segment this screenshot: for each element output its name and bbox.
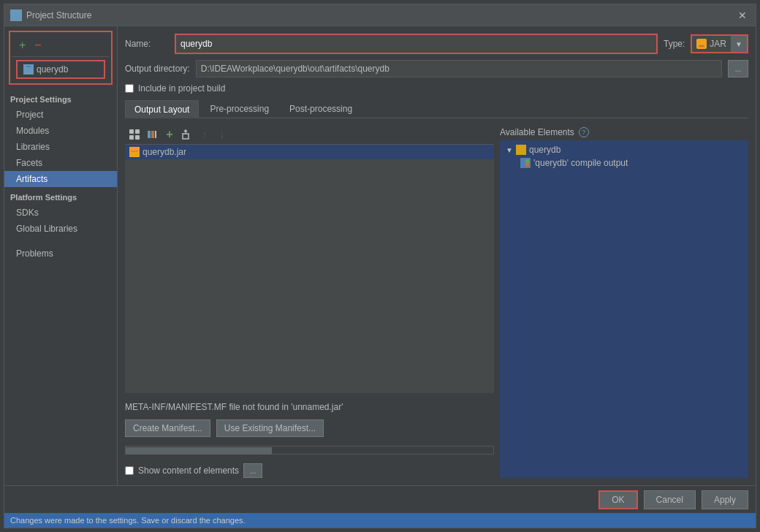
tabs-bar: Output Layout Pre-processing Post-proces…: [125, 99, 748, 118]
type-value: JAR: [710, 39, 726, 49]
sidebar-item-project[interactable]: Project: [4, 107, 117, 123]
module-folder-icon: [516, 145, 526, 155]
main-panel: Name: Type: JAR: [118, 26, 756, 485]
remove-artifact-button[interactable]: −: [31, 37, 44, 53]
dialog-title: Project Structure: [26, 10, 735, 20]
svg-rect-10: [135, 135, 140, 140]
svg-rect-14: [183, 134, 189, 139]
settings-icon-button[interactable]: [126, 126, 142, 142]
svg-rect-9: [129, 135, 134, 140]
svg-rect-11: [148, 131, 151, 138]
left-panel: + ↑ ↓: [125, 124, 494, 478]
svg-rect-8: [135, 129, 140, 134]
svg-rect-1: [14, 13, 18, 18]
file-item-querydb-jar[interactable]: querydb.jar: [125, 145, 494, 159]
show-content-row: Show content of elements ...: [125, 463, 494, 478]
include-build-label: Include in project build: [138, 83, 225, 94]
jar-icon: [696, 39, 707, 49]
browse-button[interactable]: ...: [728, 60, 748, 77]
sidebar-item-problems[interactable]: Problems: [4, 246, 117, 262]
name-label: Name:: [125, 39, 169, 49]
sidebar-item-artifacts[interactable]: Artifacts: [4, 171, 117, 187]
use-existing-manifest-button[interactable]: Use Existing Manifest...: [216, 419, 324, 437]
move-down-button[interactable]: ↓: [214, 126, 230, 142]
artifact-item-querydb[interactable]: querydb: [16, 60, 105, 79]
sidebar-artifacts-box: + − querydb: [9, 31, 113, 85]
svg-rect-7: [129, 129, 134, 134]
status-bar: Changes were made to the settings. Save …: [4, 513, 756, 528]
title-bar: Project Structure ✕: [4, 4, 756, 26]
include-build-checkbox[interactable]: [125, 84, 134, 93]
sidebar-toolbar: + −: [12, 34, 110, 57]
svg-point-6: [699, 45, 704, 48]
show-content-ellipsis-button[interactable]: ...: [243, 463, 262, 478]
output-dir-label: Output directory:: [125, 64, 190, 74]
svg-rect-12: [151, 131, 154, 138]
project-structure-dialog: Project Structure ✕ + − que: [4, 4, 756, 528]
jar-file-name: querydb.jar: [142, 147, 186, 157]
sidebar: + − querydb Project Settings Project: [4, 26, 118, 485]
tree-root-label: querydb: [529, 145, 560, 155]
panel-body: + ↑ ↓: [125, 124, 748, 478]
tree-toggle: ▼: [506, 146, 513, 154]
tree-item-querydb[interactable]: ▼ querydb: [503, 143, 745, 156]
tab-pre-processing[interactable]: Pre-processing: [200, 99, 278, 118]
available-elements-header: Available Elements ?: [500, 124, 748, 140]
output-dir-input[interactable]: [196, 60, 722, 77]
svg-rect-20: [525, 159, 529, 163]
svg-rect-13: [155, 131, 156, 138]
svg-rect-2: [25, 67, 32, 72]
available-elements-label: Available Elements: [500, 127, 574, 137]
right-panel: Available Elements ? ▼ queryd: [500, 124, 748, 478]
tree-item-compile-output[interactable]: 'querydb' compile output: [517, 156, 745, 170]
available-elements-tree: ▼ querydb: [500, 140, 748, 478]
show-content-label: Show content of elements: [138, 466, 239, 476]
name-input-wrapper: [175, 34, 658, 54]
sidebar-item-facets[interactable]: Facets: [4, 155, 117, 171]
file-list: querydb.jar: [125, 145, 494, 393]
modules-icon-button[interactable]: [144, 126, 160, 142]
extract-button[interactable]: [179, 126, 195, 142]
close-button[interactable]: ✕: [735, 8, 750, 23]
move-up-button[interactable]: ↑: [197, 126, 213, 142]
horizontal-scrollbar[interactable]: [125, 446, 494, 455]
type-dropdown-button[interactable]: ▼: [731, 36, 747, 52]
scrollbar-thumb: [126, 447, 272, 455]
name-row: Name: Type: JAR: [125, 34, 748, 54]
type-label: Type:: [664, 39, 685, 49]
sidebar-item-modules[interactable]: Modules: [4, 123, 117, 139]
create-manifest-button[interactable]: Create Manifest...: [125, 419, 210, 437]
dialog-content: + − querydb Project Settings Project: [4, 26, 756, 485]
manifest-buttons: Create Manifest... Use Existing Manifest…: [125, 419, 494, 437]
project-settings-label: Project Settings: [4, 89, 117, 107]
artifact-icon: [23, 64, 34, 75]
compile-output-label: 'querydb' compile output: [533, 158, 628, 168]
tab-output-layout[interactable]: Output Layout: [125, 100, 199, 118]
type-select-inner: JAR: [692, 36, 731, 52]
platform-settings-label: Platform Settings: [4, 187, 117, 205]
sidebar-item-global-libraries[interactable]: Global Libraries: [4, 221, 117, 237]
add-artifact-button[interactable]: +: [16, 37, 28, 53]
apply-button[interactable]: Apply: [702, 490, 748, 509]
footer: OK Cancel Apply: [4, 485, 756, 513]
output-dir-row: Output directory: ...: [125, 60, 748, 77]
svg-rect-16: [131, 150, 138, 156]
bottom-area: META-INF/MANIFEST.MF file not found in '…: [125, 399, 494, 478]
dialog-icon: [10, 10, 22, 21]
ok-button[interactable]: OK: [598, 490, 637, 509]
sidebar-item-libraries[interactable]: Libraries: [4, 139, 117, 155]
help-icon[interactable]: ?: [579, 127, 589, 137]
show-content-checkbox[interactable]: [125, 466, 134, 475]
svg-rect-18: [522, 159, 525, 163]
status-text: Changes were made to the settings. Save …: [10, 516, 246, 525]
sidebar-item-sdks[interactable]: SDKs: [4, 205, 117, 221]
tree-child: 'querydb' compile output: [517, 156, 745, 170]
tab-post-processing[interactable]: Post-processing: [280, 99, 362, 118]
name-input[interactable]: [176, 35, 656, 53]
manifest-warning: META-INF/MANIFEST.MF file not found in '…: [125, 399, 494, 415]
include-build-row: Include in project build: [125, 83, 748, 94]
svg-marker-3: [25, 66, 32, 67]
add-element-button[interactable]: +: [162, 126, 178, 142]
artifact-name: querydb: [37, 64, 68, 75]
cancel-button[interactable]: Cancel: [644, 490, 696, 509]
